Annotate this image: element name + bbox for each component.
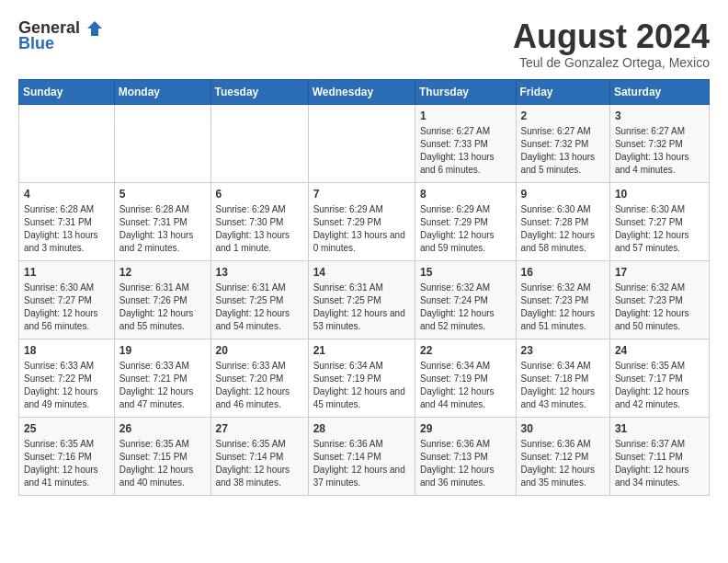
day-info: Sunrise: 6:35 AM Sunset: 7:16 PM Dayligh… — [24, 438, 109, 489]
day-info: Sunrise: 6:34 AM Sunset: 7:19 PM Dayligh… — [420, 360, 511, 411]
day-number: 10 — [615, 187, 704, 202]
day-info: Sunrise: 6:34 AM Sunset: 7:19 PM Dayligh… — [313, 360, 410, 411]
col-thursday: Thursday — [415, 79, 516, 104]
day-info: Sunrise: 6:27 AM Sunset: 7:32 PM Dayligh… — [615, 125, 704, 177]
day-number: 3 — [615, 109, 704, 124]
day-info: Sunrise: 6:35 AM Sunset: 7:15 PM Dayligh… — [119, 438, 206, 489]
day-number: 17 — [615, 265, 704, 281]
calendar-cell: 16Sunrise: 6:32 AM Sunset: 7:23 PM Dayli… — [516, 260, 609, 339]
day-info: Sunrise: 6:29 AM Sunset: 7:29 PM Dayligh… — [420, 203, 511, 255]
calendar-cell: 13Sunrise: 6:31 AM Sunset: 7:25 PM Dayli… — [210, 260, 308, 339]
calendar-cell: 19Sunrise: 6:33 AM Sunset: 7:21 PM Dayli… — [114, 339, 210, 417]
day-info: Sunrise: 6:33 AM Sunset: 7:22 PM Dayligh… — [24, 360, 109, 411]
calendar-cell: 18Sunrise: 6:33 AM Sunset: 7:22 PM Dayli… — [19, 339, 115, 417]
calendar-cell: 27Sunrise: 6:35 AM Sunset: 7:14 PM Dayli… — [210, 417, 308, 495]
calendar-cell: 21Sunrise: 6:34 AM Sunset: 7:19 PM Dayli… — [308, 339, 415, 417]
day-info: Sunrise: 6:36 AM Sunset: 7:14 PM Dayligh… — [313, 438, 410, 489]
calendar-cell: 4Sunrise: 6:28 AM Sunset: 7:31 PM Daylig… — [19, 182, 115, 260]
calendar-table: Sunday Monday Tuesday Wednesday Thursday… — [18, 79, 710, 496]
day-number: 23 — [521, 343, 605, 359]
day-number: 22 — [420, 343, 511, 359]
day-number: 26 — [119, 421, 206, 437]
day-number: 9 — [521, 187, 605, 202]
calendar-week-1: 1Sunrise: 6:27 AM Sunset: 7:33 PM Daylig… — [19, 104, 710, 182]
day-number: 16 — [521, 265, 605, 281]
calendar-cell: 31Sunrise: 6:37 AM Sunset: 7:11 PM Dayli… — [609, 417, 709, 495]
day-info: Sunrise: 6:31 AM Sunset: 7:26 PM Dayligh… — [119, 282, 206, 333]
calendar-cell — [308, 104, 415, 182]
day-info: Sunrise: 6:32 AM Sunset: 7:23 PM Dayligh… — [615, 282, 704, 333]
day-info: Sunrise: 6:27 AM Sunset: 7:33 PM Dayligh… — [420, 125, 511, 177]
day-number: 21 — [313, 343, 410, 359]
day-info: Sunrise: 6:36 AM Sunset: 7:12 PM Dayligh… — [521, 438, 605, 489]
calendar-cell: 30Sunrise: 6:36 AM Sunset: 7:12 PM Dayli… — [516, 417, 609, 495]
calendar-week-3: 11Sunrise: 6:30 AM Sunset: 7:27 PM Dayli… — [19, 260, 710, 339]
day-number: 12 — [119, 265, 206, 281]
day-info: Sunrise: 6:33 AM Sunset: 7:20 PM Dayligh… — [216, 360, 303, 411]
calendar-cell: 1Sunrise: 6:27 AM Sunset: 7:33 PM Daylig… — [415, 104, 516, 182]
day-number: 30 — [521, 421, 605, 437]
calendar-cell: 28Sunrise: 6:36 AM Sunset: 7:14 PM Dayli… — [308, 417, 415, 495]
day-info: Sunrise: 6:37 AM Sunset: 7:11 PM Dayligh… — [615, 438, 704, 489]
day-info: Sunrise: 6:30 AM Sunset: 7:28 PM Dayligh… — [521, 203, 605, 255]
calendar-cell — [210, 104, 308, 182]
day-info: Sunrise: 6:30 AM Sunset: 7:27 PM Dayligh… — [24, 282, 109, 333]
calendar-cell: 5Sunrise: 6:28 AM Sunset: 7:31 PM Daylig… — [114, 182, 210, 260]
header-row: Sunday Monday Tuesday Wednesday Thursday… — [19, 79, 710, 104]
calendar-cell: 6Sunrise: 6:29 AM Sunset: 7:30 PM Daylig… — [210, 182, 308, 260]
calendar-week-5: 25Sunrise: 6:35 AM Sunset: 7:16 PM Dayli… — [19, 417, 710, 495]
title-section: August 2024 Teul de Gonzalez Ortega, Mex… — [513, 18, 710, 70]
col-friday: Friday — [516, 79, 609, 104]
day-number: 28 — [313, 421, 410, 437]
svg-marker-0 — [87, 21, 102, 36]
day-info: Sunrise: 6:32 AM Sunset: 7:23 PM Dayligh… — [521, 282, 605, 333]
calendar-cell: 26Sunrise: 6:35 AM Sunset: 7:15 PM Dayli… — [114, 417, 210, 495]
calendar-cell: 15Sunrise: 6:32 AM Sunset: 7:24 PM Dayli… — [415, 260, 516, 339]
day-info: Sunrise: 6:29 AM Sunset: 7:30 PM Dayligh… — [216, 203, 303, 255]
calendar-cell: 25Sunrise: 6:35 AM Sunset: 7:16 PM Dayli… — [19, 417, 115, 495]
calendar-cell: 29Sunrise: 6:36 AM Sunset: 7:13 PM Dayli… — [415, 417, 516, 495]
calendar-header: Sunday Monday Tuesday Wednesday Thursday… — [19, 79, 710, 104]
calendar-cell: 11Sunrise: 6:30 AM Sunset: 7:27 PM Dayli… — [19, 260, 115, 339]
calendar-cell: 24Sunrise: 6:35 AM Sunset: 7:17 PM Dayli… — [609, 339, 709, 417]
calendar-cell: 22Sunrise: 6:34 AM Sunset: 7:19 PM Dayli… — [415, 339, 516, 417]
day-number: 4 — [24, 187, 109, 202]
logo: General Blue — [18, 18, 104, 53]
calendar-cell: 8Sunrise: 6:29 AM Sunset: 7:29 PM Daylig… — [415, 182, 516, 260]
col-tuesday: Tuesday — [210, 79, 308, 104]
day-number: 14 — [313, 265, 410, 281]
day-number: 24 — [615, 343, 704, 359]
day-number: 5 — [119, 187, 206, 202]
day-info: Sunrise: 6:31 AM Sunset: 7:25 PM Dayligh… — [216, 282, 303, 333]
day-info: Sunrise: 6:33 AM Sunset: 7:21 PM Dayligh… — [119, 360, 206, 411]
calendar-week-2: 4Sunrise: 6:28 AM Sunset: 7:31 PM Daylig… — [19, 182, 710, 260]
day-info: Sunrise: 6:30 AM Sunset: 7:27 PM Dayligh… — [615, 203, 704, 255]
calendar-week-4: 18Sunrise: 6:33 AM Sunset: 7:22 PM Dayli… — [19, 339, 710, 417]
calendar-cell: 20Sunrise: 6:33 AM Sunset: 7:20 PM Dayli… — [210, 339, 308, 417]
day-number: 6 — [216, 187, 303, 202]
day-info: Sunrise: 6:34 AM Sunset: 7:18 PM Dayligh… — [521, 360, 605, 411]
day-info: Sunrise: 6:31 AM Sunset: 7:25 PM Dayligh… — [313, 282, 410, 333]
calendar-cell — [19, 104, 115, 182]
day-number: 27 — [216, 421, 303, 437]
calendar-cell: 10Sunrise: 6:30 AM Sunset: 7:27 PM Dayli… — [609, 182, 709, 260]
location-subtitle: Teul de Gonzalez Ortega, Mexico — [513, 55, 710, 70]
calendar-cell: 12Sunrise: 6:31 AM Sunset: 7:26 PM Dayli… — [114, 260, 210, 339]
calendar-cell: 14Sunrise: 6:31 AM Sunset: 7:25 PM Dayli… — [308, 260, 415, 339]
day-number: 15 — [420, 265, 511, 281]
logo-icon — [85, 19, 104, 38]
day-info: Sunrise: 6:29 AM Sunset: 7:29 PM Dayligh… — [313, 203, 410, 255]
calendar-cell: 17Sunrise: 6:32 AM Sunset: 7:23 PM Dayli… — [609, 260, 709, 339]
calendar-body: 1Sunrise: 6:27 AM Sunset: 7:33 PM Daylig… — [19, 104, 710, 495]
calendar-cell: 2Sunrise: 6:27 AM Sunset: 7:32 PM Daylig… — [516, 104, 609, 182]
day-number: 11 — [24, 265, 109, 281]
calendar-cell: 7Sunrise: 6:29 AM Sunset: 7:29 PM Daylig… — [308, 182, 415, 260]
day-info: Sunrise: 6:35 AM Sunset: 7:14 PM Dayligh… — [216, 438, 303, 489]
day-info: Sunrise: 6:28 AM Sunset: 7:31 PM Dayligh… — [24, 203, 109, 255]
day-info: Sunrise: 6:36 AM Sunset: 7:13 PM Dayligh… — [420, 438, 511, 489]
day-number: 19 — [119, 343, 206, 359]
calendar-cell: 9Sunrise: 6:30 AM Sunset: 7:28 PM Daylig… — [516, 182, 609, 260]
month-title: August 2024 — [513, 18, 710, 55]
col-saturday: Saturday — [609, 79, 709, 104]
page-header: General Blue August 2024 Teul de Gonzale… — [18, 18, 710, 70]
